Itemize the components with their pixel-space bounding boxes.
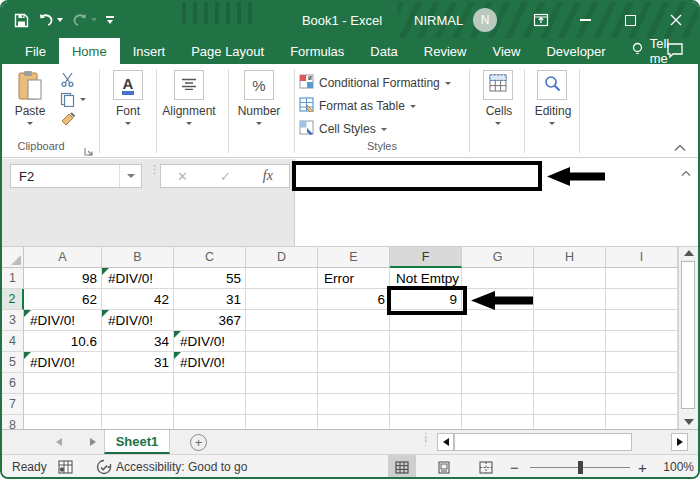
cell-B6[interactable] <box>102 373 174 394</box>
cell-C4[interactable]: #DIV/0! <box>174 331 246 352</box>
sheet-tab-sheet1[interactable]: Sheet1 <box>104 430 170 454</box>
row-header-5[interactable]: 5 <box>2 352 24 373</box>
cell-H1[interactable] <box>534 268 606 289</box>
row-header-6[interactable]: 6 <box>2 373 24 394</box>
editing-dropdown-icon[interactable] <box>549 122 555 125</box>
name-box[interactable]: F2 <box>10 164 142 188</box>
ribbon-tab-file[interactable]: File <box>12 38 59 64</box>
cell-H4[interactable] <box>534 331 606 352</box>
confirm-entry-icon[interactable]: ✓ <box>220 169 231 184</box>
cell-E1[interactable]: Error <box>318 268 390 289</box>
cell-B5[interactable]: 31 <box>102 352 174 373</box>
name-box-dropdown-icon[interactable] <box>119 165 141 187</box>
scroll-right-icon[interactable] <box>671 433 688 451</box>
accessibility-icon[interactable] <box>96 455 112 479</box>
cell-D5[interactable] <box>246 352 318 373</box>
alignment-settings-button[interactable] <box>174 70 204 100</box>
ribbon-tab-data[interactable]: Data <box>357 38 410 64</box>
font-dropdown-icon[interactable] <box>125 122 131 125</box>
cell-A2[interactable]: 62 <box>24 289 102 310</box>
cell-E5[interactable] <box>318 352 390 373</box>
collapse-formula-bar-icon[interactable] <box>681 167 691 179</box>
cell-G7[interactable] <box>462 394 534 415</box>
editing-button[interactable] <box>537 70 567 100</box>
column-header-I[interactable]: I <box>606 247 678 268</box>
row-header-7[interactable]: 7 <box>2 394 24 415</box>
cells-dropdown-icon[interactable] <box>495 122 501 125</box>
cell-A6[interactable] <box>24 373 102 394</box>
cell-H3[interactable] <box>534 310 606 331</box>
cell-G1[interactable] <box>462 268 534 289</box>
formula-bar-splitter[interactable]: ⋮ <box>149 166 160 172</box>
tab-tell-me[interactable]: Tell me <box>619 38 698 64</box>
cell-H5[interactable] <box>534 352 606 373</box>
cell-G4[interactable] <box>462 331 534 352</box>
cell-A7[interactable] <box>24 394 102 415</box>
avatar[interactable]: N <box>473 8 497 32</box>
close-button[interactable] <box>653 2 698 38</box>
column-header-C[interactable]: C <box>174 247 246 268</box>
cell-G8[interactable] <box>462 415 534 429</box>
comment-icon[interactable] <box>666 42 684 62</box>
clipboard-dialog-launcher-icon[interactable] <box>84 142 93 160</box>
cell-styles-button[interactable]: Cell Styles <box>299 120 387 138</box>
cell-B8[interactable] <box>102 415 174 429</box>
cell-C3[interactable]: 367 <box>174 310 246 331</box>
column-header-D[interactable]: D <box>246 247 318 268</box>
vertical-scrollbar[interactable] <box>678 247 698 429</box>
cell-F4[interactable] <box>390 331 462 352</box>
cell-F6[interactable] <box>390 373 462 394</box>
undo-icon[interactable] <box>38 13 54 27</box>
ribbon-tab-view[interactable]: View <box>479 38 533 64</box>
maximize-button[interactable] <box>608 2 653 38</box>
cell-I2[interactable] <box>606 289 678 310</box>
cell-B1[interactable]: #DIV/0! <box>102 268 174 289</box>
cell-D3[interactable] <box>246 310 318 331</box>
scroll-left-icon[interactable] <box>437 433 454 451</box>
cell-I1[interactable] <box>606 268 678 289</box>
cell-D6[interactable] <box>246 373 318 394</box>
cell-I4[interactable] <box>606 331 678 352</box>
cell-E6[interactable] <box>318 373 390 394</box>
cell-H7[interactable] <box>534 394 606 415</box>
row-header-4[interactable]: 4 <box>2 331 24 352</box>
minimize-button[interactable] <box>563 2 608 38</box>
column-header-H[interactable]: H <box>534 247 606 268</box>
redo-dropdown-icon[interactable] <box>91 18 97 22</box>
cell-C1[interactable]: 55 <box>174 268 246 289</box>
select-all-corner[interactable] <box>2 247 24 268</box>
row-header-2[interactable]: 2 <box>2 289 24 310</box>
horizontal-scrollbar-thumb[interactable] <box>454 433 632 451</box>
cell-B3[interactable]: #DIV/0! <box>102 310 174 331</box>
scroll-up-icon[interactable] <box>684 250 694 256</box>
cell-G5[interactable] <box>462 352 534 373</box>
number-dropdown-icon[interactable] <box>256 122 262 125</box>
cell-F7[interactable] <box>390 394 462 415</box>
cell-C8[interactable] <box>174 415 246 429</box>
cell-E8[interactable] <box>318 415 390 429</box>
ribbon-tab-insert[interactable]: Insert <box>120 38 179 64</box>
zoom-slider-handle[interactable] <box>578 461 583 474</box>
row-header-3[interactable]: 3 <box>2 310 24 331</box>
scroll-down-icon[interactable] <box>684 419 694 425</box>
cell-H6[interactable] <box>534 373 606 394</box>
copy-dropdown-icon[interactable] <box>80 98 86 101</box>
customize-quick-access-icon[interactable] <box>106 16 114 24</box>
cell-F8[interactable] <box>390 415 462 429</box>
cells-button[interactable] <box>483 70 513 100</box>
cell-D1[interactable] <box>246 268 318 289</box>
cut-icon[interactable] <box>60 72 75 91</box>
cell-A8[interactable] <box>24 415 102 429</box>
ribbon-tab-formulas[interactable]: Formulas <box>277 38 357 64</box>
next-sheet-icon[interactable] <box>90 438 96 446</box>
cell-I8[interactable] <box>606 415 678 429</box>
zoom-out-icon[interactable]: − <box>510 455 519 479</box>
cell-B7[interactable] <box>102 394 174 415</box>
cell-A3[interactable]: #DIV/0! <box>24 310 102 331</box>
cell-C7[interactable] <box>174 394 246 415</box>
column-header-E[interactable]: E <box>318 247 390 268</box>
cell-E7[interactable] <box>318 394 390 415</box>
copy-icon[interactable] <box>60 92 75 111</box>
accessibility-status[interactable]: Accessibility: Good to go <box>116 455 247 479</box>
cell-B2[interactable]: 42 <box>102 289 174 310</box>
